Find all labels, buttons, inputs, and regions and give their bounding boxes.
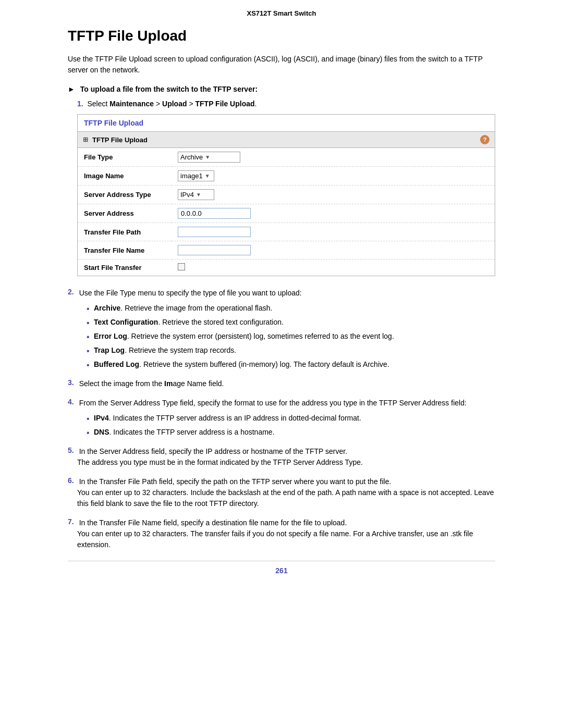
label-transfer-file-path: Transfer File Path <box>78 223 172 241</box>
step2-number: 2. <box>68 288 74 296</box>
dropdown-arrow-imagename: ▼ <box>205 173 210 179</box>
step2-block: 2. Use the File Type menu to specify the… <box>68 288 495 370</box>
intro-text: Use the TFTP File Upload screen to uploa… <box>68 54 495 76</box>
bullet-trap-log: Trap Log. Retrieve the system trap recor… <box>87 345 495 356</box>
field-transfer-file-name: Transfer File Name <box>78 241 495 260</box>
footer-line: 261 <box>68 561 495 575</box>
step7-para: You can enter up to 32 characters. The t… <box>77 528 495 550</box>
transfer-file-name-input[interactable] <box>178 245 251 255</box>
file-type-dropdown[interactable]: Archive ▼ <box>178 152 240 163</box>
step3-number: 3. <box>68 378 74 387</box>
file-type-value: Archive <box>180 153 203 161</box>
value-server-address <box>172 204 495 223</box>
start-file-transfer-checkbox[interactable] <box>178 263 185 270</box>
step2-bullets: Archive. Retrieve the image from the ope… <box>68 303 495 370</box>
page-wrapper: XS712T Smart Switch TFTP File Upload Use… <box>0 0 563 728</box>
bullet-archive: Archive. Retrieve the image from the ope… <box>87 303 495 314</box>
server-address-type-value: IPv4 <box>180 191 194 199</box>
step1-number: 1. <box>77 100 83 108</box>
step5-para: The address you type must be in the form… <box>77 457 495 468</box>
label-image-name: Image Name <box>78 167 172 186</box>
bullet-text-config: Text Configuration. Retrieve the stored … <box>87 317 495 328</box>
image-name-dropdown[interactable]: image1 ▼ <box>178 170 214 181</box>
step4-bullets: IPv4. Indicates the TFTP server address … <box>68 413 495 438</box>
step7-text: In the Transfer File Name field, specify… <box>77 517 347 528</box>
dropdown-arrow-addrtype: ▼ <box>196 192 201 198</box>
label-file-type: File Type <box>78 148 172 167</box>
step5-text: In the Server Address field, specify the… <box>77 446 347 457</box>
page-number: 261 <box>275 566 287 575</box>
image-name-value: image1 <box>180 172 203 180</box>
value-image-name: image1 ▼ <box>172 167 495 186</box>
panel-section-bar: ⊞ TFTP File Upload ? <box>78 132 495 148</box>
step2-text: Use the File Type menu to specify the ty… <box>77 288 302 299</box>
top-header: XS712T Smart Switch <box>0 0 563 22</box>
server-address-input[interactable] <box>178 208 251 219</box>
bullet-buffered-log: Buffered Log. Retrieve the system buffer… <box>87 359 495 370</box>
value-server-address-type: IPv4 ▼ <box>172 186 495 204</box>
label-start-file-transfer: Start File Transfer <box>78 260 172 276</box>
bullet-ipv4: IPv4. Indicates the TFTP server address … <box>87 413 495 424</box>
step7-number: 7. <box>68 517 74 526</box>
section-heading-text: To upload a file from the switch to the … <box>80 85 258 93</box>
step4-block: 4. From the Server Address Type field, s… <box>68 398 495 438</box>
content-area: TFTP File Upload Use the TFTP File Uploa… <box>68 22 495 596</box>
step3-block: 3. Select the image from the Image Name … <box>68 378 495 389</box>
expand-icon: ⊞ <box>83 136 88 143</box>
field-image-name: Image Name image1 ▼ <box>78 167 495 186</box>
field-server-address-type: Server Address Type IPv4 ▼ <box>78 186 495 204</box>
step4-text: From the Server Address Type field, spec… <box>77 398 467 409</box>
field-start-file-transfer: Start File Transfer <box>78 260 495 276</box>
step6-block: 6. In the Transfer File Path field, spec… <box>68 476 495 509</box>
value-start-file-transfer <box>172 260 495 276</box>
value-file-type: Archive ▼ <box>172 148 495 167</box>
step1-block: 1. Select Maintenance > Upload > TFTP Fi… <box>68 100 495 108</box>
arrow-icon: ► <box>68 85 75 93</box>
value-transfer-file-name <box>172 241 495 260</box>
section-bar-left: ⊞ TFTP File Upload <box>83 136 148 144</box>
panel-title-text: TFTP File Upload <box>84 119 143 127</box>
section-heading: ► To upload a file from the switch to th… <box>68 85 495 93</box>
transfer-file-path-input[interactable] <box>178 227 251 237</box>
label-server-address: Server Address <box>78 204 172 223</box>
bullet-error-log: Error Log. Retrieve the system error (pe… <box>87 331 495 342</box>
help-icon[interactable]: ? <box>480 135 489 144</box>
step3-text: Select the image from the Image Name fie… <box>77 378 224 389</box>
server-address-type-dropdown[interactable]: IPv4 ▼ <box>178 189 214 200</box>
section-bar-label: TFTP File Upload <box>92 136 148 144</box>
page-title: TFTP File Upload <box>68 28 495 44</box>
step6-para: You can enter up to 32 characters. Inclu… <box>77 487 495 509</box>
field-server-address: Server Address <box>78 204 495 223</box>
step7-block: 7. In the Transfer File Name field, spec… <box>68 517 495 550</box>
bullet-dns: DNS. Indicates the TFTP server address i… <box>87 427 495 438</box>
step6-number: 6. <box>68 476 74 485</box>
field-file-type: File Type Archive ▼ <box>78 148 495 167</box>
header-title: XS712T Smart Switch <box>247 9 316 17</box>
field-transfer-file-path: Transfer File Path <box>78 223 495 241</box>
value-transfer-file-path <box>172 223 495 241</box>
step4-number: 4. <box>68 398 74 406</box>
label-server-address-type: Server Address Type <box>78 186 172 204</box>
form-table: File Type Archive ▼ Image Name <box>78 148 495 276</box>
label-transfer-file-name: Transfer File Name <box>78 241 172 260</box>
step5-block: 5. In the Server Address field, specify … <box>68 446 495 468</box>
step6-text: In the Transfer File Path field, specify… <box>77 476 391 487</box>
dropdown-arrow-filetype: ▼ <box>205 154 210 160</box>
panel-title-bar: TFTP File Upload <box>78 115 495 132</box>
panel-box: TFTP File Upload ⊞ TFTP File Upload ? Fi… <box>77 114 495 276</box>
step5-number: 5. <box>68 446 74 454</box>
